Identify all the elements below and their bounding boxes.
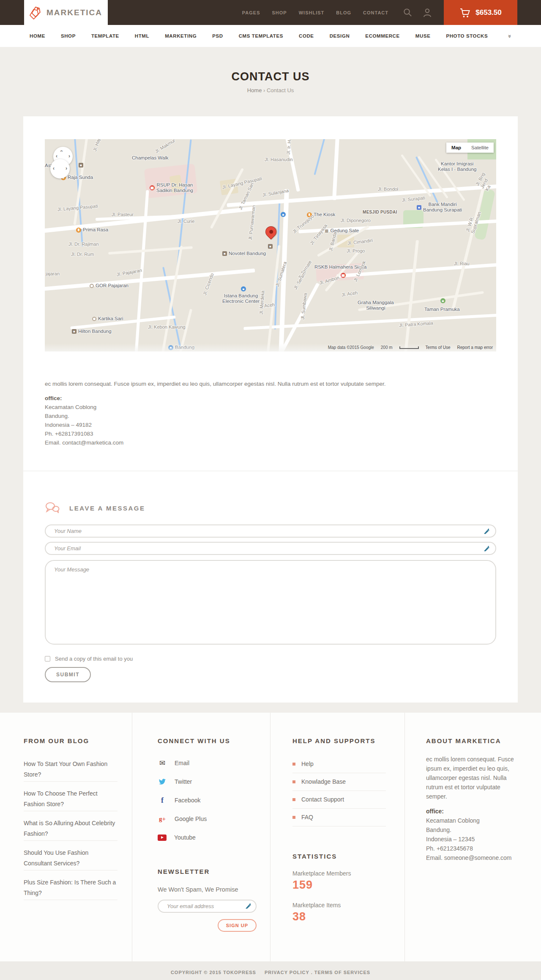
footer: FROM OUR BLOG How To Start Your Own Fash… [0,713,541,961]
main-nav-link[interactable]: HOME [30,33,45,38]
main-nav-link[interactable]: PSD [212,33,223,38]
policy-links[interactable]: PRIVACY POLICY . TERMS OF SERVICES [265,970,370,975]
social-link[interactable]: Twitter [158,772,253,791]
social-link[interactable]: Email [158,754,253,772]
satellite-view-button[interactable]: Satellite [466,143,494,153]
blog-post-link[interactable]: Plus Size Fashion: Is There Such a Thing… [24,870,117,900]
terms-of-use-link[interactable]: Terms of Use [426,345,451,350]
map-label: Taman Pramuka [424,307,460,312]
header-nav-link[interactable]: SHOP [272,10,287,15]
send-copy-checkbox[interactable] [45,656,50,662]
bottom-bar: COPYRIGHT © 2015 TOKOPRESS PRIVACY POLIC… [0,961,541,980]
pencil-icon [484,528,490,536]
main-nav-link[interactable]: SHOP [61,33,76,38]
control-left-icon[interactable]: ‹ [53,166,55,171]
map-secondary-control[interactable]: ‹ › [50,159,70,178]
header-nav-link[interactable]: CONTACT [363,10,388,15]
map-poi-icon [92,317,96,321]
map-label: Gedung Sate [325,228,359,233]
map-label: Jl. Tirtayasa [309,223,328,246]
social-label: Email [175,760,189,766]
location-marker [263,224,279,240]
name-input[interactable] [45,524,496,538]
help-link[interactable]: FAQ [292,809,386,826]
pan-right-icon[interactable]: › [68,154,70,159]
facebook-icon [158,796,167,805]
map-label: Jl. Dr. Rajiman [68,242,99,247]
search-icon[interactable] [403,8,413,17]
header-nav-link[interactable]: BLOG [336,10,351,15]
newsletter-email-input[interactable] [158,900,257,913]
map-label: Jl. Merdeka [259,290,266,315]
main-nav-link[interactable]: ECOMMERCE [365,33,399,38]
help-link[interactable]: Contact Support [292,791,386,809]
map-poi-icon [222,251,227,256]
blog-post-link[interactable]: How To Start Your Own Fashion Store? [24,759,117,782]
main-nav-link[interactable]: DESIGN [330,33,350,38]
map-label: Jl. Layang Pasupati [222,176,262,190]
map-attribution: Map data ©2015 Google 200 m Terms of Use… [45,343,496,351]
blog-post-link[interactable]: Should You Use Fashion Consultant Servic… [24,841,117,870]
map-view-button[interactable]: Map [446,143,466,153]
main-nav-link[interactable]: MARKETING [165,33,197,38]
main-nav-link[interactable]: CODE [299,33,314,38]
pan-up-icon[interactable]: › [59,150,64,152]
cart-button[interactable]: $653.50 [444,0,517,25]
map-poi-icon [72,329,77,334]
header-nav: PAGESSHOPWISHLISTBLOGCONTACT [242,10,388,15]
office-address-line: Ph. +62817391083 [45,429,496,438]
message-textarea[interactable] [45,560,496,645]
office-label: office: [45,395,62,401]
map-poi-icon [241,286,246,291]
map-poi-icon [90,284,94,288]
blog-post-link[interactable]: What is So Alluring About Celebrity Fash… [24,811,117,841]
header-nav-link[interactable]: PAGES [242,10,260,15]
blog-post-link[interactable]: How To Choose The Perfect Fashion Store? [24,782,117,811]
spacer [0,703,541,713]
main-nav-link[interactable]: MUSE [415,33,431,38]
main-nav-link[interactable]: PHOTO STOCKS [446,33,488,38]
social-label: Facebook [175,797,200,804]
social-label: Twitter [175,778,192,785]
map-label [440,298,447,303]
map-scale-label: 200 m [381,345,393,350]
breadcrumb-home-link[interactable]: Home [247,87,262,93]
social-link[interactable]: Facebook [158,791,253,810]
main-nav-link[interactable]: HTML [135,33,149,38]
footer-help-column: HELP AND SUPPORTS Help Knowladge Base Co… [270,713,405,961]
header-nav-link[interactable]: WISHLIST [299,10,325,15]
map-label: Jl. Makmur [154,139,176,154]
google-map[interactable]: Champelas Walk Jl. Hasanudin Jl. Ir. H. … [45,139,496,351]
social-link[interactable]: Youtube [158,828,253,847]
social-label: Youtube [174,834,196,841]
main-nav-link[interactable]: CMS TEMPLATES [239,33,283,38]
map-label: Jl. Aceh [341,290,358,298]
message-form-section: LEAVE A MESSAGE Send a copy of this emai… [23,471,518,703]
email-input[interactable] [45,542,496,555]
map-label: Istana Bandung Electronic Center [222,293,260,304]
map-poi-icon [417,205,421,210]
office-address-line: Email. contact@marketica.com [45,438,496,447]
email-icon [158,759,167,768]
map-label: Prima Rasa [76,227,108,233]
help-link[interactable]: Help [292,755,386,773]
map-label: Graha Manggala Siliwangi [358,300,394,311]
submit-button[interactable]: SUBMIT [45,667,91,682]
control-right-icon[interactable]: › [66,166,67,171]
signup-button[interactable]: SIGN UP [218,919,257,932]
map-label: Jl. Banda [328,231,338,252]
report-map-error-link[interactable]: Report a map error [457,345,493,350]
main-nav-link[interactable]: TEMPLATE [91,33,119,38]
social-link[interactable]: Google Plus [158,810,253,828]
pan-left-icon[interactable]: ‹ [56,154,57,159]
user-account-icon[interactable] [423,8,432,18]
help-link[interactable]: Knowladge Base [292,773,386,791]
social-label: Google Plus [175,815,207,822]
nav-expand-chevron-icon[interactable] [508,33,511,39]
brand-logo[interactable]: MARKETICA [24,0,108,25]
map-label [341,273,347,278]
about-address-line: Email. someone@someone.com [426,853,518,862]
connect-heading: CONNECT WITH US [158,737,253,744]
bullet-icon [292,798,295,801]
newsletter-heading: NEWSLETTER [158,868,253,875]
